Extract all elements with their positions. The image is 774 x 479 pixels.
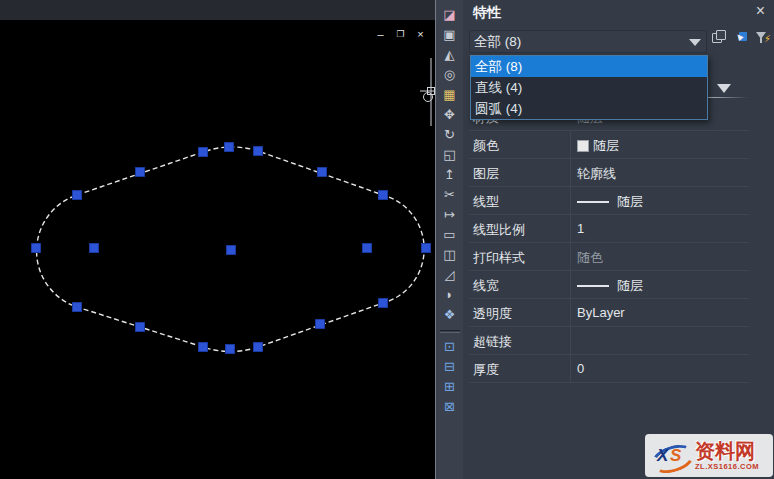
scale-icon[interactable]: ◱ xyxy=(441,147,459,163)
grip-point[interactable] xyxy=(379,299,388,308)
property-value[interactable]: 轮廓线 xyxy=(577,165,616,183)
linetype-sample xyxy=(577,201,609,203)
toggle-pickadd-icon[interactable] xyxy=(711,29,727,46)
crosshair-cursor xyxy=(420,58,435,126)
grip-point[interactable] xyxy=(254,147,263,156)
linetype-sample xyxy=(577,285,609,287)
property-grid: 材质随层颜色随层图层轮廓线线型随层线型比例1打印样式随色线宽随层透明度ByLay… xyxy=(469,103,749,383)
drawing-canvas[interactable]: – ❐ × xyxy=(0,0,435,479)
property-value[interactable]: 0 xyxy=(577,361,584,376)
property-row: 超链接 xyxy=(469,327,749,355)
property-label: 颜色 xyxy=(473,137,499,155)
array-icon[interactable]: ▦ xyxy=(441,87,459,103)
toolbar-separator xyxy=(440,330,460,333)
property-label: 打印样式 xyxy=(473,249,525,267)
explode-icon[interactable]: ❖ xyxy=(441,307,459,323)
property-row: 透明度ByLayer xyxy=(469,299,749,327)
stretch-icon[interactable]: ↥ xyxy=(441,167,459,183)
property-row: 线宽随层 xyxy=(469,271,749,299)
offset-icon[interactable]: ◎ xyxy=(441,67,459,83)
grip-point[interactable] xyxy=(199,148,208,157)
trim-icon[interactable]: ✂ xyxy=(441,187,459,203)
object-type-dropdown: 全部 (8)直线 (4)圆弧 (4) xyxy=(470,55,708,120)
modify-toolbar: ◪▣◭◎▦✥↻◱↥✂↦▭◫◿◗❖⊡⊟⊞⊠ xyxy=(435,0,463,479)
property-row: 图层轮廓线 xyxy=(469,159,749,187)
group-select-icon[interactable]: ⊠ xyxy=(441,399,459,415)
grip-point[interactable] xyxy=(363,244,372,253)
property-row: 厚度0 xyxy=(469,355,749,383)
object-type-selector[interactable]: 全部 (8) xyxy=(469,30,707,53)
grip-point[interactable] xyxy=(227,246,236,255)
grip-point[interactable] xyxy=(73,303,82,312)
property-row: 打印样式随色 xyxy=(469,243,749,271)
mirror-icon[interactable]: ◭ xyxy=(441,47,459,63)
property-row: 颜色随层 xyxy=(469,131,749,159)
move-icon[interactable]: ✥ xyxy=(441,107,459,123)
property-value[interactable]: 1 xyxy=(577,221,584,236)
grip-point[interactable] xyxy=(136,168,145,177)
watermark-site-url: ZL.XS1616.COM xyxy=(695,462,759,471)
extend-icon[interactable]: ↦ xyxy=(441,207,459,223)
close-icon[interactable]: × xyxy=(756,2,765,20)
property-value[interactable]: 随层 xyxy=(577,193,643,211)
watermark-logo: X S xyxy=(649,439,693,473)
grip-point[interactable] xyxy=(316,320,325,329)
dropdown-option[interactable]: 全部 (8) xyxy=(471,56,707,77)
color-swatch xyxy=(577,140,589,152)
grid-column-separator xyxy=(570,131,571,383)
dropdown-option[interactable]: 直线 (4) xyxy=(471,77,707,98)
property-label: 线宽 xyxy=(473,277,499,295)
property-value[interactable]: 随色 xyxy=(577,249,603,267)
quick-select-icon[interactable]: ⚡ xyxy=(755,29,771,46)
panel-toolbar: ▲ ⚡ xyxy=(711,29,771,46)
dropdown-option[interactable]: 圆弧 (4) xyxy=(471,98,707,119)
chevron-down-icon[interactable] xyxy=(689,39,701,46)
group-icon[interactable]: ⊡ xyxy=(441,339,459,355)
property-label: 线型比例 xyxy=(473,221,525,239)
ungroup-icon[interactable]: ⊟ xyxy=(441,359,459,375)
panel-title: 特性 xyxy=(473,4,501,22)
grip-point[interactable] xyxy=(318,168,327,177)
grip-point[interactable] xyxy=(136,323,145,332)
property-label: 超链接 xyxy=(473,333,512,351)
property-label: 透明度 xyxy=(473,305,512,323)
grip-point[interactable] xyxy=(199,343,208,352)
copy-icon[interactable]: ▣ xyxy=(441,27,459,43)
watermark: X S 资料网 ZL.XS1616.COM xyxy=(645,434,773,477)
grip-point[interactable] xyxy=(225,143,234,152)
cad-application: – ❐ × ◪▣◭◎▦✥↻◱↥✂↦▭◫◿◗❖⊡⊟⊞⊠ 特性 × 全部 (8) xyxy=(0,0,774,479)
watermark-site-name: 资料网 xyxy=(695,440,759,462)
break-icon[interactable]: ◫ xyxy=(441,247,459,263)
geometry-layer xyxy=(0,0,435,479)
grip-point[interactable] xyxy=(379,191,388,200)
properties-panel: 特性 × 全部 (8) ▲ ⚡ 常规 材质随层颜色随层图层轮廓线线型随层线型比例… xyxy=(463,0,774,479)
grip-point[interactable] xyxy=(32,244,41,253)
object-type-value: 全部 (8) xyxy=(474,33,521,51)
grip-point[interactable] xyxy=(90,244,99,253)
property-label: 图层 xyxy=(473,165,499,183)
property-row: 线型比例1 xyxy=(469,215,749,243)
property-label: 线型 xyxy=(473,193,499,211)
break-at-point-icon[interactable]: ▭ xyxy=(441,227,459,243)
category-collapse-icon[interactable] xyxy=(717,84,731,93)
rotate-icon[interactable]: ↻ xyxy=(441,127,459,143)
property-row: 线型随层 xyxy=(469,187,749,215)
select-objects-icon[interactable]: ▲ xyxy=(733,29,749,46)
group-edit-icon[interactable]: ⊞ xyxy=(441,379,459,395)
grip-point[interactable] xyxy=(73,191,82,200)
fillet-icon[interactable]: ◗ xyxy=(441,287,459,303)
grip-point[interactable] xyxy=(226,345,235,354)
chamfer-icon[interactable]: ◿ xyxy=(441,267,459,283)
property-value[interactable]: 随层 xyxy=(577,277,643,295)
grip-points xyxy=(32,143,431,354)
grip-point[interactable] xyxy=(422,244,431,253)
property-label: 厚度 xyxy=(473,361,499,379)
grip-point[interactable] xyxy=(254,343,263,352)
property-value[interactable]: 随层 xyxy=(577,137,619,155)
erase-icon[interactable]: ◪ xyxy=(441,7,459,23)
property-value[interactable]: ByLayer xyxy=(577,305,625,320)
